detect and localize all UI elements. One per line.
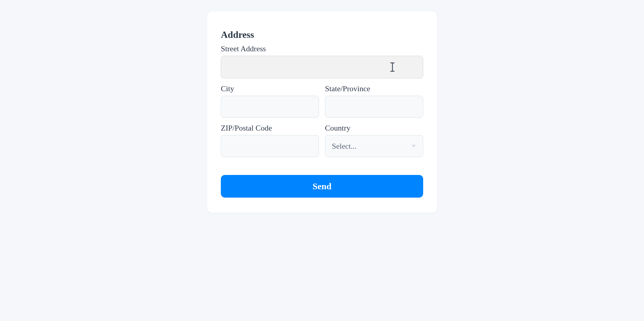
street-address-input-wrapper (221, 56, 423, 78)
country-select[interactable]: Select... (325, 135, 423, 157)
city-group: City (221, 84, 319, 118)
city-state-row: City State/Province (221, 84, 423, 118)
zip-group: ZIP/Postal Code (221, 124, 319, 157)
city-label: City (221, 84, 319, 93)
state-label: State/Province (325, 84, 423, 93)
zip-input[interactable] (221, 135, 319, 157)
zip-label: ZIP/Postal Code (221, 124, 319, 133)
form-title: Address (221, 29, 423, 40)
state-input[interactable] (325, 96, 423, 118)
zip-country-row: ZIP/Postal Code Country Select... (221, 124, 423, 157)
country-group: Country Select... (325, 124, 423, 157)
state-group: State/Province (325, 84, 423, 118)
street-address-input[interactable] (221, 56, 423, 78)
country-label: Country (325, 124, 423, 133)
street-address-label: Street Address (221, 44, 423, 53)
address-form-card: Address Street Address City State/Provin… (207, 11, 437, 213)
city-input[interactable] (221, 96, 319, 118)
street-address-group: Street Address (221, 44, 423, 78)
country-select-wrapper: Select... (325, 135, 423, 157)
send-button[interactable]: Send (221, 175, 423, 198)
